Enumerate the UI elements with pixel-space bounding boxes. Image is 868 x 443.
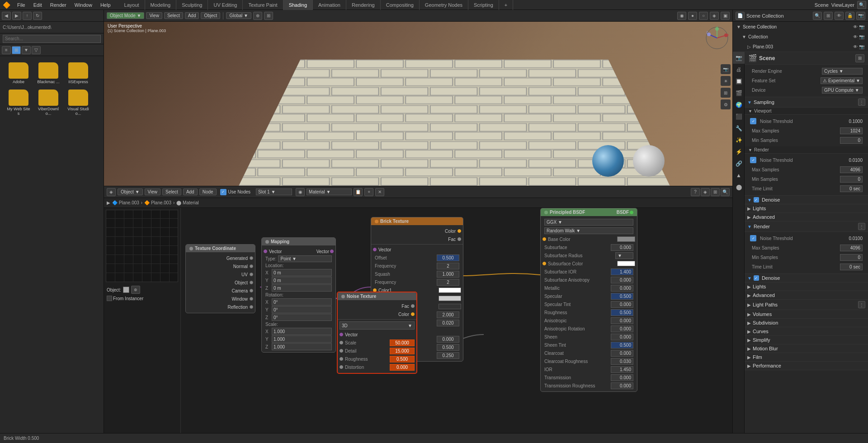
- overlay-icon[interactable]: ◈: [710, 12, 719, 20]
- filter-outliner-icon[interactable]: 🔍: [813, 12, 822, 20]
- slot-dropdown[interactable]: Slot 1 ▼: [256, 189, 292, 195]
- distortion-socket[interactable]: [340, 365, 343, 369]
- transmission-field[interactable]: 0.000: [611, 374, 633, 381]
- render-menu-icon[interactable]: ⋮: [858, 223, 865, 230]
- tab-animation[interactable]: Animation: [313, 0, 346, 10]
- object-picker-icon[interactable]: ⊕: [131, 286, 140, 294]
- menu-render[interactable]: Render: [47, 1, 70, 9]
- render-props-tab[interactable]: 📷: [733, 52, 745, 64]
- vector-socket[interactable]: [373, 248, 377, 251]
- grid-icon[interactable]: ⊞: [721, 88, 731, 98]
- settings-icon[interactable]: ⚙: [721, 99, 731, 109]
- color-out-socket[interactable]: [458, 229, 461, 233]
- nav-up-icon[interactable]: ↑: [23, 12, 32, 20]
- render-preview-icon[interactable]: ◉: [677, 12, 686, 20]
- modifier-props-tab[interactable]: 🔧: [733, 123, 745, 134]
- physics-props-tab[interactable]: ⚡: [733, 146, 745, 158]
- denoise-toggle[interactable]: ▼ ✓ Denoise: [745, 196, 868, 204]
- tab-uv-editing[interactable]: UV Editing: [208, 0, 243, 10]
- render-toggle[interactable]: ▼ Render ⋮: [745, 222, 868, 232]
- film-toggle[interactable]: ▶ Film: [745, 353, 868, 362]
- scale-z-field[interactable]: 1.000: [272, 343, 332, 350]
- world-props-tab[interactable]: 🌍: [733, 99, 745, 111]
- use-nodes-checkbox[interactable]: ✓: [220, 189, 226, 195]
- rotation-x-field[interactable]: 0°: [272, 298, 332, 306]
- node-zoom-icon[interactable]: 🔍: [721, 188, 730, 196]
- sun-icon[interactable]: ☀: [721, 76, 731, 86]
- mortar-swatch[interactable]: [439, 304, 461, 309]
- viewport-noise-value[interactable]: 0.1000: [831, 119, 863, 124]
- sheen-tint-field[interactable]: 0.500: [611, 342, 633, 349]
- viewport-shading-icon[interactable]: ●: [688, 12, 697, 20]
- filter-icon[interactable]: ▽: [32, 46, 41, 54]
- nav-forward-icon[interactable]: ▶: [12, 12, 21, 20]
- scale-socket[interactable]: [340, 341, 343, 344]
- render-noise-checkbox[interactable]: ✓: [750, 157, 756, 163]
- clearcoat-rough-field[interactable]: 0.030: [611, 358, 633, 365]
- viewport-sampling-toggle[interactable]: ▼ Viewport: [745, 108, 868, 115]
- advanced-section-toggle[interactable]: ▶ Advanced: [745, 291, 868, 300]
- render-noise-value[interactable]: 0.0100: [831, 158, 863, 163]
- bias-field[interactable]: 0.000: [437, 336, 459, 343]
- sampling-menu-icon[interactable]: ⋮: [858, 99, 865, 106]
- new-mat-icon[interactable]: +: [364, 188, 373, 196]
- nav-back-icon[interactable]: ◀: [2, 12, 11, 20]
- specular-tint-field[interactable]: 0.000: [611, 301, 633, 308]
- render-min-field[interactable]: 0: [840, 176, 863, 183]
- roughness-socket[interactable]: [340, 357, 343, 361]
- noise-detail-field[interactable]: 15.000: [390, 348, 415, 354]
- object-color-swatch[interactable]: [123, 287, 129, 293]
- vector-socket[interactable]: [340, 333, 343, 336]
- squash-freq-field[interactable]: 2: [437, 279, 459, 286]
- rotation-y-field[interactable]: 0°: [272, 306, 332, 313]
- node-editor-type-icon[interactable]: ◈: [107, 188, 116, 196]
- node-overlay-icon[interactable]: ◈: [701, 188, 710, 196]
- reflection-socket[interactable]: [250, 305, 253, 309]
- menu-file[interactable]: File: [14, 1, 29, 9]
- select-menu-node[interactable]: Select: [162, 189, 181, 195]
- menu-edit[interactable]: Edit: [30, 1, 46, 9]
- render-noise-val2[interactable]: 0.0100: [831, 236, 863, 241]
- scene-settings-icon[interactable]: ⊞: [855, 54, 864, 62]
- render-noise-cb2[interactable]: ✓: [750, 235, 756, 241]
- subsurface-color-socket[interactable]: [542, 262, 546, 265]
- location-y-field[interactable]: 0 m: [272, 277, 332, 284]
- wireframe-icon[interactable]: ○: [699, 12, 708, 20]
- bsdf-socket[interactable]: [630, 211, 633, 214]
- constraint-props-tab[interactable]: 🔗: [733, 158, 745, 170]
- rotation-z-field[interactable]: 0°: [272, 314, 332, 321]
- coll-eye-icon[interactable]: 👁: [853, 24, 858, 29]
- breadcrumb-material[interactable]: ⬤ Material: [176, 200, 198, 205]
- del-mat-icon[interactable]: ✕: [375, 188, 384, 196]
- select-menu[interactable]: Select: [164, 12, 183, 19]
- breadcrumb-plane2[interactable]: 🔶 Plane.003: [144, 200, 171, 205]
- render-restrict-icon[interactable]: 📷: [856, 12, 865, 20]
- color-socket[interactable]: [411, 312, 415, 316]
- ior-field2[interactable]: 1.450: [611, 366, 633, 373]
- material-sphere-icon[interactable]: ◉: [296, 188, 305, 196]
- menu-help[interactable]: Help: [97, 1, 114, 9]
- tab-layout[interactable]: Layout: [119, 0, 145, 10]
- generated-socket[interactable]: [250, 256, 253, 260]
- scale-field[interactable]: 2.000: [437, 311, 459, 318]
- blender-logo-icon[interactable]: 🔶: [2, 0, 11, 9]
- advanced-toggle[interactable]: ▶ Advanced: [745, 213, 868, 222]
- render-sampling-toggle[interactable]: ▼ Render: [745, 146, 868, 154]
- list-item[interactable]: My Web Sites: [5, 88, 33, 118]
- tab-scripting[interactable]: Scripting: [468, 0, 499, 10]
- data-props-tab[interactable]: ▲: [733, 170, 745, 181]
- vector-in-socket[interactable]: [264, 250, 267, 253]
- lights-section-toggle[interactable]: ▶ Lights: [745, 283, 868, 291]
- texture-coordinate-node[interactable]: Texture Coordinate Generated Normal: [185, 244, 255, 313]
- mortar-size-field[interactable]: 0.020: [437, 320, 459, 326]
- color1-swatch[interactable]: [439, 287, 461, 293]
- location-z-field[interactable]: 0 m: [272, 284, 332, 292]
- instancer-checkbox[interactable]: [107, 296, 112, 301]
- subsurface-color-swatch[interactable]: [617, 261, 635, 266]
- scene-props-tab[interactable]: 🎬: [733, 87, 745, 99]
- outliner-icon[interactable]: 📄: [736, 12, 745, 20]
- add-menu[interactable]: Add: [185, 12, 199, 19]
- noise-distortion-field[interactable]: 0.000: [390, 364, 415, 371]
- rw-dropdown[interactable]: Random Walk ▼: [544, 227, 633, 234]
- freq-field[interactable]: 2: [437, 263, 459, 269]
